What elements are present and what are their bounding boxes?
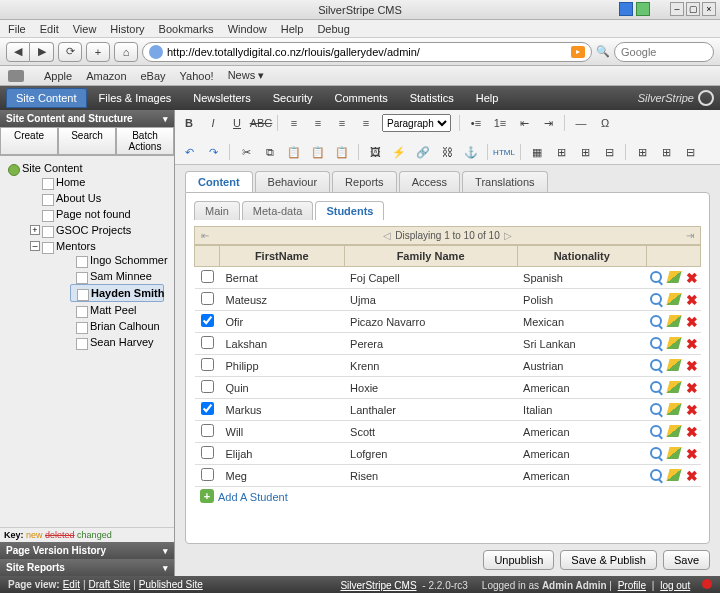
italic-button[interactable]: I — [205, 115, 221, 131]
minimize-button[interactable]: – — [670, 2, 684, 16]
col-nationality[interactable]: Nationality — [517, 246, 646, 267]
menu-view[interactable]: View — [73, 23, 97, 35]
view-icon[interactable] — [650, 469, 662, 481]
menu-history[interactable]: History — [110, 23, 144, 35]
table-row[interactable]: WillScottAmerican✖ — [195, 421, 701, 443]
tree-mentor-item[interactable]: Brian Calhoun — [70, 318, 164, 334]
app-icon-2[interactable] — [636, 2, 650, 16]
col-after-button[interactable]: ⊞ — [658, 144, 674, 160]
subtab-batch[interactable]: Batch Actions — [116, 127, 174, 155]
row-checkbox[interactable] — [201, 446, 214, 459]
view-icon[interactable] — [650, 403, 662, 415]
row-checkbox[interactable] — [201, 314, 214, 327]
tab-translations[interactable]: Translations — [462, 171, 548, 192]
edit-icon[interactable] — [666, 469, 681, 481]
menu-bookmarks[interactable]: Bookmarks — [159, 23, 214, 35]
home-button[interactable]: ⌂ — [114, 42, 138, 62]
add-student-link[interactable]: Add A Student — [194, 487, 701, 507]
view-icon[interactable] — [650, 425, 662, 437]
close-button[interactable]: × — [702, 2, 716, 16]
format-select[interactable]: Paragraph — [382, 114, 451, 132]
table-row[interactable]: OfirPicazo NavarroMexican✖ — [195, 311, 701, 333]
page-last-icon[interactable]: ⇥ — [686, 230, 694, 241]
tree-notfound[interactable]: Page not found — [36, 206, 168, 222]
bookmark-yahoo[interactable]: Yahoo! — [180, 70, 214, 82]
nav-comments[interactable]: Comments — [325, 88, 398, 108]
edit-icon[interactable] — [666, 403, 681, 415]
tree-about[interactable]: About Us — [36, 190, 168, 206]
page-next-icon[interactable]: ▷ — [504, 230, 512, 241]
delete-icon[interactable]: ✖ — [686, 402, 698, 418]
delete-icon[interactable]: ✖ — [686, 380, 698, 396]
nav-help[interactable]: Help — [466, 88, 509, 108]
url-bar[interactable]: ▸ — [142, 42, 592, 62]
innertab-students[interactable]: Students — [315, 201, 384, 220]
hr-button[interactable]: — — [573, 115, 589, 131]
col-firstname[interactable]: FirstName — [220, 246, 345, 267]
tab-content[interactable]: Content — [185, 171, 253, 192]
unlink-button[interactable]: ⛓ — [439, 144, 455, 160]
delete-col-button[interactable]: ⊟ — [682, 144, 698, 160]
row-checkbox[interactable] — [201, 424, 214, 437]
footer-published[interactable]: Published Site — [139, 579, 203, 590]
tree-mentor-item[interactable]: Sean Harvey — [70, 334, 164, 350]
tree-gsoc[interactable]: +GSOC Projects — [36, 222, 168, 238]
edit-icon[interactable] — [666, 315, 681, 327]
panel-version-history[interactable]: Page Version History▾ — [0, 542, 174, 559]
view-icon[interactable] — [650, 293, 662, 305]
panel-site-reports[interactable]: Site Reports▾ — [0, 559, 174, 576]
expand-icon[interactable]: + — [30, 225, 40, 235]
number-list-button[interactable]: 1≡ — [492, 115, 508, 131]
tree-mentor-item-selected[interactable]: Hayden Smith — [70, 284, 164, 302]
row-checkbox[interactable] — [201, 270, 214, 283]
table-row[interactable]: LakshanPereraSri Lankan✖ — [195, 333, 701, 355]
page-first-icon[interactable]: ⇤ — [201, 230, 209, 241]
row-checkbox[interactable] — [201, 402, 214, 415]
edit-icon[interactable] — [666, 271, 681, 283]
view-icon[interactable] — [650, 381, 662, 393]
redo-button[interactable]: ↷ — [205, 144, 221, 160]
tree-home[interactable]: Home — [36, 174, 168, 190]
save-button[interactable]: Save — [663, 550, 710, 570]
align-center-button[interactable]: ≡ — [310, 115, 326, 131]
footer-logout[interactable]: log out — [660, 580, 690, 591]
table-row[interactable]: MateuszUjmaPolish✖ — [195, 289, 701, 311]
app-icon-1[interactable] — [619, 2, 633, 16]
copy-button[interactable]: ⧉ — [262, 144, 278, 160]
browser-search[interactable]: Google — [614, 42, 714, 62]
bookmarks-icon[interactable] — [8, 70, 24, 82]
align-right-button[interactable]: ≡ — [334, 115, 350, 131]
back-button[interactable]: ◀ — [6, 42, 30, 62]
indent-button[interactable]: ⇥ — [540, 115, 556, 131]
delete-icon[interactable]: ✖ — [686, 336, 698, 352]
row-after-button[interactable]: ⊞ — [577, 144, 593, 160]
delete-icon[interactable]: ✖ — [686, 292, 698, 308]
rss-icon[interactable]: ▸ — [571, 46, 585, 58]
row-checkbox[interactable] — [201, 358, 214, 371]
table-row[interactable]: PhilippKrennAustrian✖ — [195, 355, 701, 377]
nav-newsletters[interactable]: Newsletters — [183, 88, 260, 108]
collapse-icon[interactable]: ▾ — [163, 114, 168, 124]
delete-icon[interactable]: ✖ — [686, 270, 698, 286]
strike-button[interactable]: ABC — [253, 115, 269, 131]
add-tab-button[interactable]: + — [86, 42, 110, 62]
tree-mentor-item[interactable]: Ingo Schommer — [70, 252, 164, 268]
html-button[interactable]: HTML — [496, 144, 512, 160]
forward-button[interactable]: ▶ — [30, 42, 54, 62]
save-publish-button[interactable]: Save & Publish — [560, 550, 657, 570]
footer-edit[interactable]: Edit — [63, 579, 80, 590]
tree-mentors[interactable]: –Mentors Ingo Schommer Sam Minnee Hayden… — [36, 238, 168, 352]
delete-icon[interactable]: ✖ — [686, 358, 698, 374]
delete-icon[interactable]: ✖ — [686, 424, 698, 440]
undo-button[interactable]: ↶ — [181, 144, 197, 160]
delete-icon[interactable]: ✖ — [686, 314, 698, 330]
paste-button[interactable]: 📋 — [286, 144, 302, 160]
charmap-button[interactable]: Ω — [597, 115, 613, 131]
tab-reports[interactable]: Reports — [332, 171, 397, 192]
subtab-create[interactable]: Create — [0, 127, 58, 155]
row-checkbox[interactable] — [201, 292, 214, 305]
footer-draft[interactable]: Draft Site — [89, 579, 131, 590]
edit-icon[interactable] — [666, 381, 681, 393]
delete-row-button[interactable]: ⊟ — [601, 144, 617, 160]
link-button[interactable]: 🔗 — [415, 144, 431, 160]
